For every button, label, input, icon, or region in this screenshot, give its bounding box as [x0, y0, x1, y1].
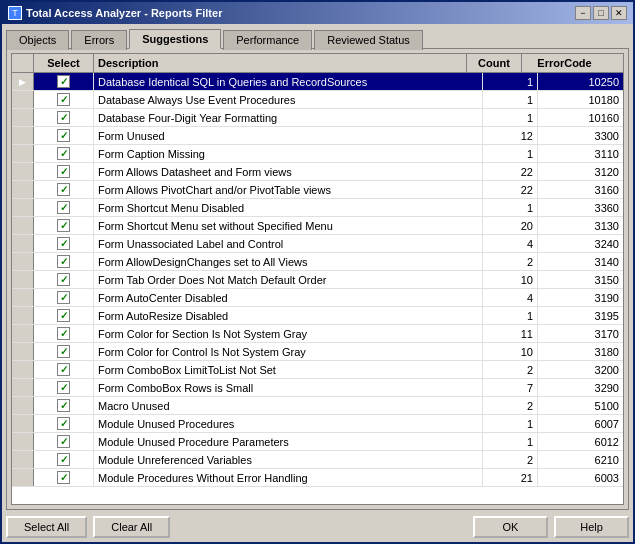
- row-checkbox[interactable]: [57, 165, 70, 178]
- table-row[interactable]: Form Shortcut Menu Disabled13360: [12, 199, 623, 217]
- table-row[interactable]: Form ComboBox LimitToList Not Set23200: [12, 361, 623, 379]
- checkbox-cell[interactable]: [34, 73, 94, 90]
- table-row[interactable]: Module Unused Procedures16007: [12, 415, 623, 433]
- checkbox-cell[interactable]: [34, 325, 94, 342]
- checkbox-cell[interactable]: [34, 217, 94, 234]
- tab-performance[interactable]: Performance: [223, 30, 312, 50]
- row-checkbox[interactable]: [57, 219, 70, 232]
- checkbox-cell[interactable]: [34, 91, 94, 108]
- help-button[interactable]: Help: [554, 516, 629, 538]
- tab-suggestions[interactable]: Suggestions: [129, 29, 221, 49]
- table-row[interactable]: Database Always Use Event Procedures1101…: [12, 91, 623, 109]
- footer: Select All Clear All OK Help: [2, 510, 633, 542]
- row-checkbox[interactable]: [57, 255, 70, 268]
- minimize-button[interactable]: −: [575, 6, 591, 20]
- table-row[interactable]: Module Unreferenced Variables26210: [12, 451, 623, 469]
- description-cell: Module Unreferenced Variables: [94, 451, 483, 468]
- description-cell: Module Unused Procedures: [94, 415, 483, 432]
- errorcode-cell: 3110: [538, 145, 623, 162]
- count-cell: 7: [483, 379, 538, 396]
- row-checkbox[interactable]: [57, 309, 70, 322]
- row-checkbox[interactable]: [57, 93, 70, 106]
- row-checkbox[interactable]: [57, 471, 70, 484]
- close-button[interactable]: ✕: [611, 6, 627, 20]
- row-indicator: [12, 145, 34, 162]
- row-checkbox[interactable]: [57, 147, 70, 160]
- ok-button[interactable]: OK: [473, 516, 548, 538]
- row-checkbox[interactable]: [57, 111, 70, 124]
- checkbox-cell[interactable]: [34, 235, 94, 252]
- row-indicator: [12, 379, 34, 396]
- select-all-button[interactable]: Select All: [6, 516, 87, 538]
- checkbox-cell[interactable]: [34, 307, 94, 324]
- table-row[interactable]: Form ComboBox Rows is Small73290: [12, 379, 623, 397]
- table-row[interactable]: Form Tab Order Does Not Match Default Or…: [12, 271, 623, 289]
- table-row[interactable]: Form Allows Datasheet and Form views2231…: [12, 163, 623, 181]
- checkbox-cell[interactable]: [34, 379, 94, 396]
- tab-reviewed-status[interactable]: Reviewed Status: [314, 30, 423, 50]
- checkbox-cell[interactable]: [34, 361, 94, 378]
- errorcode-cell: 3200: [538, 361, 623, 378]
- checkbox-cell[interactable]: [34, 181, 94, 198]
- description-cell: Form ComboBox LimitToList Not Set: [94, 361, 483, 378]
- count-cell: 22: [483, 163, 538, 180]
- checkbox-cell[interactable]: [34, 469, 94, 486]
- table-row[interactable]: Form AutoCenter Disabled43190: [12, 289, 623, 307]
- checkbox-cell[interactable]: [34, 343, 94, 360]
- checkbox-cell[interactable]: [34, 109, 94, 126]
- checkbox-cell[interactable]: [34, 415, 94, 432]
- row-checkbox[interactable]: [57, 417, 70, 430]
- checkbox-cell[interactable]: [34, 433, 94, 450]
- row-checkbox[interactable]: [57, 453, 70, 466]
- row-checkbox[interactable]: [57, 291, 70, 304]
- table-row[interactable]: Form Unassociated Label and Control43240: [12, 235, 623, 253]
- table-row[interactable]: ▶Database Identical SQL in Queries and R…: [12, 73, 623, 91]
- description-cell: Form Allows PivotChart and/or PivotTable…: [94, 181, 483, 198]
- maximize-button[interactable]: □: [593, 6, 609, 20]
- checkbox-cell[interactable]: [34, 451, 94, 468]
- row-checkbox[interactable]: [57, 75, 70, 88]
- row-checkbox[interactable]: [57, 129, 70, 142]
- tab-objects[interactable]: Objects: [6, 30, 69, 50]
- errorcode-cell: 3160: [538, 181, 623, 198]
- checkbox-cell[interactable]: [34, 145, 94, 162]
- table-row[interactable]: Form Allows PivotChart and/or PivotTable…: [12, 181, 623, 199]
- count-cell: 2: [483, 253, 538, 270]
- checkbox-cell[interactable]: [34, 163, 94, 180]
- checkbox-cell[interactable]: [34, 271, 94, 288]
- row-checkbox[interactable]: [57, 399, 70, 412]
- table-row[interactable]: Form Shortcut Menu set without Specified…: [12, 217, 623, 235]
- checkbox-cell[interactable]: [34, 397, 94, 414]
- row-checkbox[interactable]: [57, 345, 70, 358]
- row-checkbox[interactable]: [57, 435, 70, 448]
- table-row[interactable]: Form AllowDesignChanges set to All Views…: [12, 253, 623, 271]
- checkbox-cell[interactable]: [34, 127, 94, 144]
- table-row[interactable]: Form Unused123300: [12, 127, 623, 145]
- table-row[interactable]: Form Color for Control Is Not System Gra…: [12, 343, 623, 361]
- checkbox-cell[interactable]: [34, 253, 94, 270]
- tab-errors[interactable]: Errors: [71, 30, 127, 50]
- checkbox-cell[interactable]: [34, 289, 94, 306]
- table-row[interactable]: Macro Unused25100: [12, 397, 623, 415]
- description-cell: Form AllowDesignChanges set to All Views: [94, 253, 483, 270]
- table-row[interactable]: Module Procedures Without Error Handling…: [12, 469, 623, 487]
- row-indicator: [12, 289, 34, 306]
- row-checkbox[interactable]: [57, 201, 70, 214]
- row-checkbox[interactable]: [57, 237, 70, 250]
- row-checkbox[interactable]: [57, 327, 70, 340]
- row-checkbox[interactable]: [57, 381, 70, 394]
- clear-all-button[interactable]: Clear All: [93, 516, 170, 538]
- table-row[interactable]: Database Four-Digit Year Formatting11016…: [12, 109, 623, 127]
- table-row[interactable]: Form AutoResize Disabled13195: [12, 307, 623, 325]
- table-row[interactable]: Form Color for Section Is Not System Gra…: [12, 325, 623, 343]
- count-cell: 22: [483, 181, 538, 198]
- table-body[interactable]: ▶Database Identical SQL in Queries and R…: [12, 73, 623, 504]
- row-checkbox[interactable]: [57, 273, 70, 286]
- row-checkbox[interactable]: [57, 363, 70, 376]
- table-row[interactable]: Form Caption Missing13110: [12, 145, 623, 163]
- checkbox-cell[interactable]: [34, 199, 94, 216]
- table-row[interactable]: Module Unused Procedure Parameters16012: [12, 433, 623, 451]
- title-buttons: − □ ✕: [575, 6, 627, 20]
- row-checkbox[interactable]: [57, 183, 70, 196]
- count-cell: 21: [483, 469, 538, 486]
